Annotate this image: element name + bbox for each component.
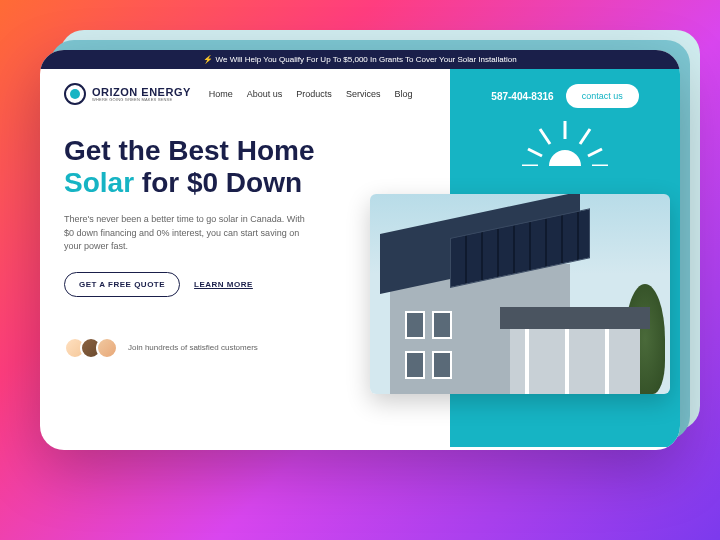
- nav-links: Home About us Products Services Blog: [209, 89, 413, 99]
- hero-description: There's never been a better time to go s…: [64, 213, 314, 254]
- svg-line-5: [588, 149, 602, 156]
- nav-services[interactable]: Services: [346, 89, 381, 99]
- svg-point-0: [549, 150, 581, 166]
- nav-products[interactable]: Products: [296, 89, 332, 99]
- logo-name: ORIZON ENERGY: [92, 87, 191, 98]
- logo-tagline: WHERE GOING GREEN MAKES SENSE: [92, 98, 191, 102]
- svg-line-4: [528, 149, 542, 156]
- sun-icon: [520, 121, 610, 166]
- avatar: [96, 337, 118, 359]
- nav-about[interactable]: About us: [247, 89, 283, 99]
- phone-number[interactable]: 587-404-8316: [491, 91, 553, 102]
- promo-banner: ⚡ We Will Help You Qualify For Up To $5,…: [40, 50, 680, 69]
- get-quote-button[interactable]: GET A FREE QUOTE: [64, 272, 180, 297]
- hero-title: Get the Best Home Solar for $0 Down: [64, 135, 426, 199]
- right-panel: 587-404-8316 contact us: [450, 69, 680, 447]
- learn-more-link[interactable]: LEARN MORE: [194, 280, 253, 289]
- nav-blog[interactable]: Blog: [394, 89, 412, 99]
- logo[interactable]: ORIZON ENERGY WHERE GOING GREEN MAKES SE…: [64, 83, 191, 105]
- svg-line-3: [580, 129, 590, 144]
- svg-line-2: [540, 129, 550, 144]
- nav-home[interactable]: Home: [209, 89, 233, 99]
- logo-icon: [64, 83, 86, 105]
- social-proof-text: Join hundreds of satisfied customers: [128, 343, 258, 352]
- navigation-bar: ORIZON ENERGY WHERE GOING GREEN MAKES SE…: [64, 83, 426, 105]
- website-card: ⚡ We Will Help You Qualify For Up To $5,…: [40, 50, 680, 450]
- contact-us-button[interactable]: contact us: [566, 84, 639, 108]
- hero-image: [370, 194, 670, 394]
